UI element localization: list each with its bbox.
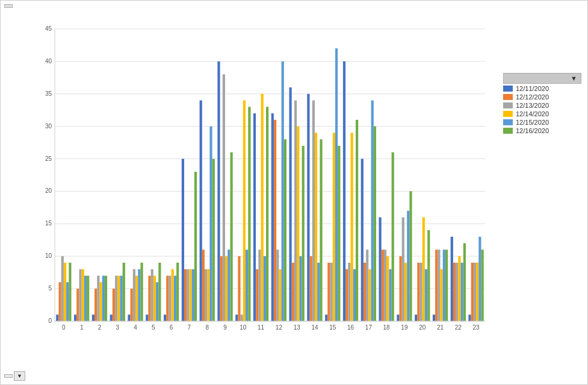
svg-rect-102: [266, 107, 268, 321]
svg-rect-44: [117, 276, 120, 321]
svg-rect-119: [310, 256, 312, 321]
svg-rect-20: [56, 315, 58, 321]
svg-rect-53: [141, 263, 143, 321]
svg-text:0: 0: [62, 324, 66, 331]
svg-rect-139: [361, 159, 364, 321]
distinct-count-badge: [4, 4, 13, 8]
svg-rect-114: [297, 127, 299, 321]
svg-rect-168: [435, 249, 438, 321]
svg-rect-74: [194, 172, 197, 321]
svg-rect-157: [407, 211, 409, 321]
svg-text:14: 14: [311, 324, 318, 331]
svg-rect-58: [153, 276, 156, 321]
svg-rect-156: [404, 263, 407, 321]
svg-rect-86: [225, 256, 227, 321]
svg-rect-52: [138, 269, 140, 321]
svg-rect-95: [248, 107, 250, 321]
svg-rect-155: [402, 218, 404, 321]
svg-text:2: 2: [98, 324, 102, 331]
svg-rect-38: [102, 276, 105, 321]
svg-rect-113: [294, 101, 297, 321]
svg-text:10: 10: [240, 324, 247, 331]
svg-rect-21: [59, 282, 61, 321]
chart-title: [1, 1, 587, 9]
svg-rect-105: [274, 120, 276, 321]
svg-rect-112: [292, 263, 294, 321]
svg-text:3: 3: [116, 324, 120, 331]
svg-text:15: 15: [45, 220, 52, 227]
svg-rect-88: [231, 152, 233, 321]
svg-rect-141: [366, 249, 368, 321]
svg-rect-164: [425, 269, 427, 321]
svg-text:22: 22: [455, 324, 462, 331]
svg-rect-171: [443, 249, 445, 321]
svg-rect-62: [164, 315, 166, 321]
svg-text:45: 45: [45, 25, 52, 32]
chart-plot-area: 0510152025303540450123456789101112131415…: [34, 26, 491, 342]
svg-rect-30: [82, 269, 84, 321]
svg-rect-49: [131, 289, 133, 321]
legend-dropdown-icon[interactable]: ▼: [571, 75, 577, 82]
svg-text:15: 15: [329, 324, 336, 331]
svg-rect-98: [256, 269, 258, 321]
svg-rect-56: [148, 276, 150, 321]
svg-rect-186: [481, 249, 484, 321]
svg-rect-31: [84, 276, 87, 321]
svg-rect-90: [235, 315, 238, 321]
legend-item: 12/12/2020: [503, 93, 581, 101]
svg-text:21: 21: [437, 324, 444, 331]
svg-rect-148: [384, 249, 386, 321]
svg-text:20: 20: [419, 324, 426, 331]
svg-text:9: 9: [223, 324, 227, 331]
svg-rect-150: [389, 269, 391, 321]
legend-item: 12/14/2020: [503, 110, 581, 117]
svg-rect-63: [166, 276, 169, 321]
svg-rect-55: [146, 315, 148, 321]
svg-text:20: 20: [45, 187, 52, 194]
svg-text:18: 18: [383, 324, 391, 331]
svg-rect-29: [79, 269, 82, 321]
svg-rect-28: [76, 289, 79, 321]
svg-rect-185: [478, 237, 481, 321]
svg-rect-147: [382, 249, 384, 321]
filter-dropdown-icon[interactable]: ▼: [14, 371, 25, 381]
svg-text:16: 16: [347, 324, 354, 331]
svg-rect-84: [220, 256, 223, 321]
svg-rect-60: [158, 263, 161, 321]
svg-rect-106: [276, 249, 279, 321]
svg-rect-48: [128, 315, 130, 321]
bottom-filter[interactable]: ▼: [4, 371, 25, 381]
svg-rect-129: [335, 48, 338, 321]
svg-rect-163: [422, 218, 425, 321]
svg-rect-135: [351, 133, 353, 321]
svg-rect-85: [223, 74, 225, 321]
svg-text:5: 5: [48, 285, 52, 292]
svg-rect-182: [471, 263, 474, 321]
svg-text:1: 1: [80, 324, 84, 331]
svg-rect-46: [123, 263, 125, 321]
svg-rect-70: [184, 269, 187, 321]
svg-rect-76: [200, 101, 202, 321]
svg-rect-162: [420, 263, 422, 321]
svg-rect-160: [415, 315, 417, 321]
svg-rect-149: [386, 256, 389, 321]
svg-rect-177: [458, 256, 460, 321]
svg-rect-81: [212, 159, 215, 321]
svg-rect-41: [110, 315, 113, 321]
svg-text:19: 19: [401, 324, 408, 331]
svg-rect-165: [427, 230, 430, 321]
svg-text:30: 30: [45, 123, 52, 130]
bottom-filter-label: [4, 374, 13, 378]
svg-text:5: 5: [152, 324, 155, 331]
legend-header[interactable]: ▼: [503, 73, 581, 84]
svg-text:17: 17: [365, 324, 373, 331]
svg-rect-32: [87, 276, 89, 321]
svg-rect-161: [417, 263, 419, 321]
svg-rect-34: [92, 315, 94, 321]
svg-rect-143: [371, 101, 374, 321]
svg-rect-109: [284, 139, 286, 321]
svg-rect-67: [176, 263, 179, 321]
legend-item: 12/11/2020: [503, 85, 581, 92]
chart-svg: 0510152025303540450123456789101112131415…: [34, 26, 491, 342]
svg-rect-78: [205, 269, 207, 321]
